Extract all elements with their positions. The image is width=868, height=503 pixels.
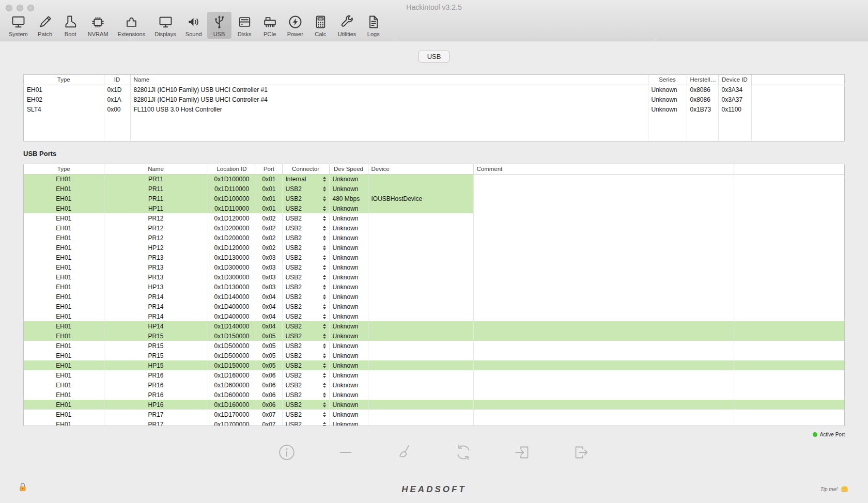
port-row[interactable]: EH01PR170x1D1700000x07USB2Unknown: [24, 410, 844, 419]
refresh-button[interactable]: [454, 443, 473, 462]
cell-type: EH01: [24, 262, 104, 272]
connector-popup[interactable]: USB2: [282, 360, 329, 370]
column-header-device-id[interactable]: Device ID: [718, 75, 751, 85]
controllers-body: EH010x1D82801JI (ICH10 Family) USB UHCI …: [24, 85, 844, 142]
connector-popup[interactable]: USB2: [282, 262, 329, 272]
toolbar-item-logs[interactable]: Logs: [361, 12, 385, 39]
port-row[interactable]: EH01PR130x1D3000000x03USB2Unknown: [24, 262, 844, 272]
lock-icon[interactable]: [18, 482, 27, 493]
port-row[interactable]: EH01PR120x1D2000000x02USB2Unknown: [24, 223, 844, 233]
connector-popup[interactable]: USB2: [282, 321, 329, 331]
port-row[interactable]: EH01HP120x1D1200000x02USB2Unknown: [24, 243, 844, 253]
port-row[interactable]: EH01PR130x1D3000000x03USB2Unknown: [24, 272, 844, 282]
connector-popup[interactable]: USB2: [282, 390, 329, 400]
connector-popup[interactable]: Internal: [282, 174, 329, 184]
connector-popup[interactable]: USB2: [282, 253, 329, 262]
toolbar-item-disks[interactable]: Disks: [233, 12, 257, 39]
connector-popup[interactable]: USB2: [282, 282, 329, 292]
connector-popup[interactable]: USB2: [282, 410, 329, 419]
column-header-dev-speed[interactable]: Dev Speed: [329, 164, 368, 174]
column-header-type[interactable]: Type: [24, 75, 104, 85]
port-row[interactable]: EH01PR150x1D5000000x05USB2Unknown: [24, 351, 844, 360]
connector-popup[interactable]: USB2: [282, 400, 329, 410]
port-row[interactable]: EH01HP140x1D1400000x04USB2Unknown: [24, 321, 844, 331]
connector-popup[interactable]: USB2: [282, 213, 329, 223]
port-row[interactable]: EH01HP110x1D1100000x01USB2Unknown: [24, 203, 844, 213]
toolbar-item-usb[interactable]: USB: [207, 12, 231, 39]
port-row[interactable]: EH01PR110x1D1000000x01InternalUnknown: [24, 174, 844, 184]
column-header-location-id[interactable]: Location ID: [208, 164, 256, 174]
column-header-id[interactable]: ID: [104, 75, 130, 85]
connector-popup[interactable]: USB2: [282, 419, 329, 426]
toolbar-item-system[interactable]: System: [5, 12, 32, 39]
toolbar-item-displays[interactable]: Displays: [150, 12, 180, 39]
toolbar-item-patch[interactable]: Patch: [33, 12, 57, 39]
port-row[interactable]: EH01PR150x1D1500000x05USB2Unknown: [24, 331, 844, 341]
column-header-type[interactable]: Type: [24, 164, 104, 174]
toolbar-item-calc[interactable]: Calc: [308, 12, 333, 39]
column-header-name[interactable]: Name: [104, 164, 208, 174]
controller-row[interactable]: SLT40x00FL1100 USB 3.0 Host ControllerUn…: [24, 104, 844, 114]
connector-popup[interactable]: USB2: [282, 311, 329, 321]
column-header-device[interactable]: Device: [368, 164, 473, 174]
controller-row[interactable]: EH010x1D82801JI (ICH10 Family) USB UHCI …: [24, 85, 844, 95]
toolbar-item-power[interactable]: Power: [283, 12, 307, 39]
port-row[interactable]: EH01PR160x1D6000000x06USB2Unknown: [24, 390, 844, 400]
connector-popup[interactable]: USB2: [282, 380, 329, 390]
clean-button[interactable]: [395, 443, 414, 462]
info-button[interactable]: [277, 443, 296, 462]
toolbar-item-utilities[interactable]: Utilities: [334, 12, 360, 39]
remove-button[interactable]: [336, 443, 355, 462]
close-button[interactable]: [6, 5, 12, 11]
port-row[interactable]: EH01HP150x1D1500000x05USB2Unknown: [24, 360, 844, 370]
toolbar-item-nvram[interactable]: NVRAM: [84, 12, 113, 39]
port-row[interactable]: EH01PR120x1D2000000x02USB2Unknown: [24, 233, 844, 243]
port-row[interactable]: EH01PR150x1D5000000x05USB2Unknown: [24, 341, 844, 351]
controller-row[interactable]: EH020x1A82801JI (ICH10 Family) USB UHCI …: [24, 95, 844, 104]
port-row[interactable]: EH01HP130x1D1300000x03USB2Unknown: [24, 282, 844, 292]
zoom-button[interactable]: [27, 5, 34, 11]
connector-popup[interactable]: USB2: [282, 331, 329, 341]
connector-popup[interactable]: USB2: [282, 184, 329, 194]
toolbar-item-extensions[interactable]: Extensions: [113, 12, 149, 39]
port-row[interactable]: EH01PR140x1D4000000x04USB2Unknown: [24, 311, 844, 321]
connector-popup[interactable]: USB2: [282, 243, 329, 253]
port-row[interactable]: EH01PR120x1D1200000x02USB2Unknown: [24, 213, 844, 223]
connector-popup[interactable]: USB2: [282, 203, 329, 213]
connector-popup[interactable]: USB2: [282, 272, 329, 282]
port-row[interactable]: EH01PR170x1D7000000x07USB2Unknown: [24, 419, 844, 426]
port-row[interactable]: EH01PR130x1D1300000x03USB2Unknown: [24, 253, 844, 262]
column-header-connector[interactable]: Connector: [282, 164, 329, 174]
column-header-herstell[interactable]: Herstell…: [687, 75, 718, 85]
column-header-port[interactable]: Port: [256, 164, 282, 174]
connector-popup[interactable]: USB2: [282, 370, 329, 380]
connector-popup[interactable]: USB2: [282, 233, 329, 243]
cell-dev-speed: Unknown: [329, 233, 368, 243]
cell-port: 0x01: [256, 174, 282, 184]
import-button[interactable]: [513, 443, 532, 462]
connector-popup[interactable]: USB2: [282, 302, 329, 311]
port-row[interactable]: EH01PR140x1D1400000x04USB2Unknown: [24, 292, 844, 302]
connector-popup[interactable]: USB2: [282, 351, 329, 360]
tab-usb[interactable]: USB: [419, 51, 450, 62]
column-header-comment[interactable]: Comment: [473, 164, 734, 174]
port-row[interactable]: EH01PR160x1D1600000x06USB2Unknown: [24, 370, 844, 380]
toolbar-item-pcie[interactable]: PCIe: [258, 12, 282, 39]
export-button[interactable]: [572, 443, 591, 462]
port-row[interactable]: EH01PR160x1D6000000x06USB2Unknown: [24, 380, 844, 390]
connector-popup[interactable]: USB2: [282, 292, 329, 302]
toolbar-item-boot[interactable]: Boot: [58, 12, 83, 39]
connector-popup[interactable]: USB2: [282, 194, 329, 203]
cell-type: EH01: [24, 194, 104, 203]
port-row[interactable]: EH01HP160x1D1600000x06USB2Unknown: [24, 400, 844, 410]
connector-popup[interactable]: USB2: [282, 341, 329, 351]
minimize-button[interactable]: [17, 5, 23, 11]
tip-me[interactable]: Tip me!: [820, 485, 848, 493]
port-row[interactable]: EH01PR110x1D1000000x01USB2480 MbpsIOUSBH…: [24, 194, 844, 203]
toolbar-item-sound[interactable]: Sound: [181, 12, 206, 39]
connector-popup[interactable]: USB2: [282, 223, 329, 233]
column-header-name[interactable]: Name: [130, 75, 648, 85]
column-header-series[interactable]: Series: [648, 75, 687, 85]
port-row[interactable]: EH01PR110x1D1100000x01USB2Unknown: [24, 184, 844, 194]
port-row[interactable]: EH01PR140x1D4000000x04USB2Unknown: [24, 302, 844, 311]
